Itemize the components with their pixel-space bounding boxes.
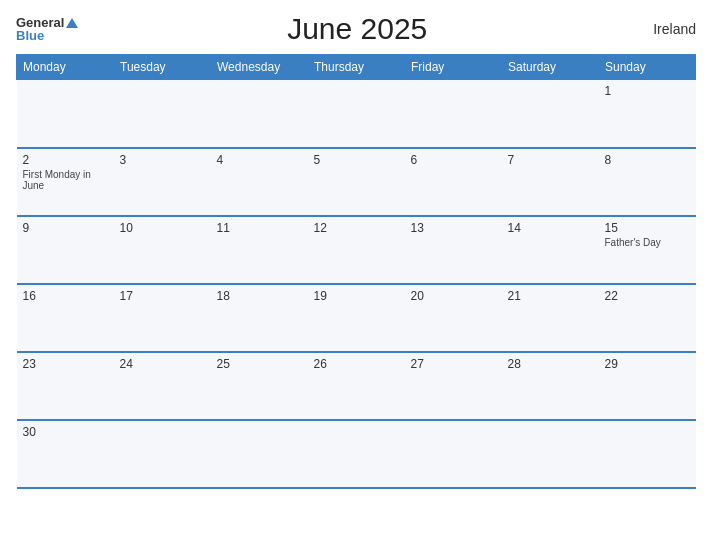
- day-number: 9: [23, 221, 108, 235]
- calendar-cell: [211, 80, 308, 148]
- day-number: 12: [314, 221, 399, 235]
- day-number: 23: [23, 357, 108, 371]
- day-number: 17: [120, 289, 205, 303]
- day-number: 18: [217, 289, 302, 303]
- calendar-cell: [405, 80, 502, 148]
- calendar-cell: 15Father's Day: [599, 216, 696, 284]
- col-header-thursday: Thursday: [308, 55, 405, 80]
- calendar-week-row: 1: [17, 80, 696, 148]
- calendar-table: MondayTuesdayWednesdayThursdayFridaySatu…: [16, 54, 696, 489]
- calendar-cell: [114, 420, 211, 488]
- calendar-cell: 3: [114, 148, 211, 216]
- calendar-cell: 4: [211, 148, 308, 216]
- calendar-cell: 19: [308, 284, 405, 352]
- day-number: 3: [120, 153, 205, 167]
- calendar-cell: 22: [599, 284, 696, 352]
- day-number: 25: [217, 357, 302, 371]
- calendar-cell: 12: [308, 216, 405, 284]
- calendar-cell: 20: [405, 284, 502, 352]
- calendar-cell: [211, 420, 308, 488]
- day-number: 6: [411, 153, 496, 167]
- calendar-cell: 1: [599, 80, 696, 148]
- day-number: 13: [411, 221, 496, 235]
- calendar-cell: 30: [17, 420, 114, 488]
- day-number: 16: [23, 289, 108, 303]
- day-number: 20: [411, 289, 496, 303]
- page: General Blue June 2025 Ireland MondayTue…: [0, 0, 712, 550]
- day-number: 28: [508, 357, 593, 371]
- calendar-cell: 14: [502, 216, 599, 284]
- calendar-cell: 27: [405, 352, 502, 420]
- calendar-cell: 28: [502, 352, 599, 420]
- calendar-week-row: 16171819202122: [17, 284, 696, 352]
- day-number: 22: [605, 289, 690, 303]
- calendar-week-row: 2First Monday in June345678: [17, 148, 696, 216]
- day-number: 27: [411, 357, 496, 371]
- day-number: 11: [217, 221, 302, 235]
- calendar-cell: 21: [502, 284, 599, 352]
- calendar-cell: [502, 80, 599, 148]
- calendar-cell: [308, 80, 405, 148]
- day-number: 4: [217, 153, 302, 167]
- col-header-monday: Monday: [17, 55, 114, 80]
- calendar-cell: 2First Monday in June: [17, 148, 114, 216]
- calendar-cell: 11: [211, 216, 308, 284]
- day-number: 30: [23, 425, 108, 439]
- calendar-cell: 18: [211, 284, 308, 352]
- day-event: First Monday in June: [23, 169, 108, 191]
- calendar-cell: 25: [211, 352, 308, 420]
- header: General Blue June 2025 Ireland: [16, 12, 696, 46]
- country-label: Ireland: [636, 21, 696, 37]
- day-event: Father's Day: [605, 237, 690, 248]
- col-header-saturday: Saturday: [502, 55, 599, 80]
- col-header-friday: Friday: [405, 55, 502, 80]
- day-number: 29: [605, 357, 690, 371]
- page-title: June 2025: [78, 12, 636, 46]
- calendar-cell: [17, 80, 114, 148]
- calendar-cell: 8: [599, 148, 696, 216]
- calendar-header-row: MondayTuesdayWednesdayThursdayFridaySatu…: [17, 55, 696, 80]
- day-number: 7: [508, 153, 593, 167]
- col-header-wednesday: Wednesday: [211, 55, 308, 80]
- calendar-week-row: 9101112131415Father's Day: [17, 216, 696, 284]
- calendar-cell: 17: [114, 284, 211, 352]
- day-number: 8: [605, 153, 690, 167]
- calendar-cell: 7: [502, 148, 599, 216]
- logo-blue-text: Blue: [16, 29, 44, 42]
- day-number: 26: [314, 357, 399, 371]
- day-number: 14: [508, 221, 593, 235]
- calendar-cell: 16: [17, 284, 114, 352]
- day-number: 2: [23, 153, 108, 167]
- calendar-week-row: 23242526272829: [17, 352, 696, 420]
- logo: General Blue: [16, 16, 78, 42]
- logo-triangle-icon: [66, 18, 78, 28]
- calendar-cell: 23: [17, 352, 114, 420]
- day-number: 1: [605, 84, 690, 98]
- calendar-cell: 5: [308, 148, 405, 216]
- calendar-cell: 10: [114, 216, 211, 284]
- day-number: 10: [120, 221, 205, 235]
- calendar-cell: 13: [405, 216, 502, 284]
- calendar-cell: [114, 80, 211, 148]
- col-header-sunday: Sunday: [599, 55, 696, 80]
- calendar-cell: 29: [599, 352, 696, 420]
- calendar-cell: [405, 420, 502, 488]
- calendar-cell: 9: [17, 216, 114, 284]
- col-header-tuesday: Tuesday: [114, 55, 211, 80]
- calendar-week-row: 30: [17, 420, 696, 488]
- day-number: 24: [120, 357, 205, 371]
- day-number: 21: [508, 289, 593, 303]
- calendar-cell: 26: [308, 352, 405, 420]
- calendar-cell: 24: [114, 352, 211, 420]
- calendar-cell: [502, 420, 599, 488]
- calendar-cell: [599, 420, 696, 488]
- day-number: 19: [314, 289, 399, 303]
- calendar-cell: [308, 420, 405, 488]
- calendar-cell: 6: [405, 148, 502, 216]
- day-number: 15: [605, 221, 690, 235]
- day-number: 5: [314, 153, 399, 167]
